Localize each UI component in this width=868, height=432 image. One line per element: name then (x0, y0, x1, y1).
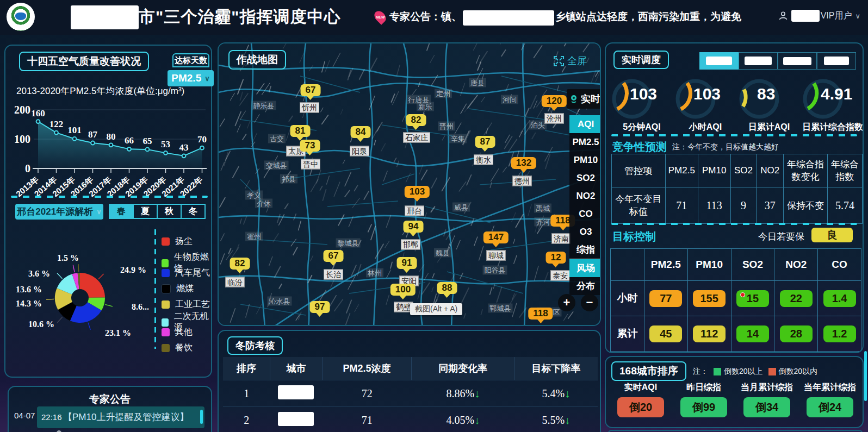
winter-cell: 5.4%↓ (514, 380, 598, 407)
map-marker[interactable]: 103 (405, 186, 430, 198)
map-marker[interactable]: 94 (404, 221, 424, 233)
zoom-out-button[interactable]: − (581, 294, 598, 311)
marker-pointer (559, 226, 567, 230)
user-menu[interactable]: VIP用户 ∨ (778, 10, 860, 22)
winter-cell: 2 (223, 407, 270, 432)
map-marker[interactable]: 81 (290, 125, 311, 137)
redaction (278, 385, 314, 399)
map-marker[interactable]: 118 (528, 308, 553, 320)
pie-percent-label: 14.3 % (16, 299, 42, 309)
marker-pointer (357, 137, 364, 142)
legend-swatch (768, 368, 776, 375)
source-analysis-select[interactable]: 邢台2021年源解析∨ (15, 204, 103, 220)
map-realtime-button[interactable]: 实时 (567, 89, 600, 109)
legend-item[interactable]: 其他 (162, 327, 193, 338)
target-cell: 28 (774, 316, 818, 352)
legend-item[interactable]: 扬尘 (162, 236, 193, 247)
target-col-header: CO (818, 249, 861, 281)
season-tab-秋[interactable]: 秋 (157, 204, 182, 219)
map-viewport[interactable]: 静乐县古交交城县祁县孝义介休霍州黎城县林州沁水县魏县阳谷县郓城县齐河县兖州区定州… (219, 43, 600, 325)
prediction-cell: 113 (698, 187, 730, 224)
ranking-column: 当月累计综指倒34 (735, 382, 798, 417)
winter-cell: 5.5%↓ (514, 407, 598, 432)
season-tab-春[interactable]: 春 (109, 204, 134, 219)
map-place-label: 新乐 (417, 102, 434, 111)
map-menu-item-AQI[interactable]: AQI (569, 115, 600, 133)
zoom-in-button[interactable]: + (558, 294, 575, 311)
map-menu-item-PM2.5[interactable]: PM2.5 (569, 133, 600, 151)
new-badge-icon: NEW (372, 9, 388, 25)
map-panel: 静乐县古交交城县祁县孝义介休霍州黎城县林州沁水县魏县阳谷县郓城县齐河县兖州区定州… (218, 42, 601, 326)
svg-text:122: 122 (49, 119, 64, 129)
map-place-label: 介休 (255, 199, 272, 208)
table-row: 今年不变目标值71113937保持不变5.74 (612, 187, 863, 224)
map-menu-item-风场[interactable]: 风场 (569, 259, 600, 277)
map-marker[interactable]: 84 (351, 126, 371, 138)
map-marker[interactable]: 67 (301, 84, 321, 96)
gauge-日累计AQI: 83日累计AQI (737, 77, 801, 142)
legend-item[interactable]: 汽车尾气 (162, 267, 210, 279)
map-menu-item-分布[interactable]: 分布 (569, 277, 600, 295)
map-marker[interactable]: 12 (546, 252, 566, 264)
legend-swatch (162, 269, 170, 277)
map-menu-item-SO2[interactable]: SO2 (569, 169, 600, 187)
map-marker[interactable]: 87 (475, 136, 495, 148)
prediction-col-header: 管控项 (612, 154, 666, 187)
improvement-title: 十四五空气质量改善状况 (19, 52, 149, 71)
days-standard-button[interactable]: 达标天数 (172, 53, 209, 67)
map-marker[interactable]: 132 (511, 157, 536, 169)
table-row[interactable]: 2714.05%↓5.5%↓ (223, 407, 598, 432)
legend-item[interactable]: 工业工艺 (162, 299, 210, 310)
target-pill: 112 (693, 325, 726, 342)
target-row-label: 累计 (611, 316, 644, 352)
map-menu-item-NO2[interactable]: NO2 (569, 187, 600, 205)
dispatch-tab-1[interactable] (699, 52, 739, 70)
legend-item[interactable]: 燃煤 (162, 283, 194, 295)
scrollbar[interactable] (200, 410, 203, 424)
gauge-小时AQI: 103小时AQI (674, 77, 737, 142)
notice-text: 【PM10上升提醒及管控建议】 (63, 411, 189, 423)
prediction-col-header: 年综合指数变化 (784, 154, 828, 187)
prediction-cell: 37 (757, 187, 784, 224)
map-marker[interactable]: 147 (483, 231, 509, 243)
map-place-label: 魏县 (434, 248, 451, 258)
map-place-label: 黎城县 (336, 239, 361, 248)
map-marker[interactable]: 82 (230, 258, 250, 270)
map-menu-item-综指[interactable]: 综指 (569, 241, 600, 259)
scrollbar[interactable] (864, 351, 867, 401)
ranking-title: 168城市排序 (611, 361, 686, 381)
map-menu-item-CO[interactable]: CO (569, 205, 600, 223)
map-place-label: 祁县 (280, 174, 297, 184)
map-marker[interactable]: 73 (300, 140, 320, 152)
dispatch-tab-2[interactable] (739, 52, 778, 70)
map-marker[interactable]: 97 (310, 301, 330, 313)
map-marker[interactable]: 100 (390, 284, 416, 296)
dispatch-tab-4[interactable] (817, 52, 856, 70)
dispatch-title: 实时调度 (613, 51, 669, 69)
map-city-label: 邯郸 (401, 240, 420, 250)
legend-swatch (162, 237, 170, 246)
marker-pointer (330, 261, 337, 266)
marker-pointer (537, 319, 544, 323)
map-marker[interactable]: 120 (542, 95, 567, 107)
map-menu-item-O3[interactable]: O3 (569, 223, 600, 241)
season-tab-夏[interactable]: 夏 (133, 204, 158, 219)
notice-item[interactable]: 22:16 【PM10上升提醒及管控建议】 (37, 406, 204, 428)
season-tab-冬[interactable]: 冬 (181, 204, 206, 219)
map-marker[interactable]: 91 (397, 257, 417, 269)
table-row[interactable]: 1728.86%↓5.4%↓ (223, 380, 598, 407)
map-marker[interactable]: 82 (406, 114, 426, 126)
chevron-down-icon: ∨ (204, 74, 210, 83)
map-marker[interactable]: 88 (437, 282, 457, 294)
map-marker[interactable]: 67 (324, 250, 344, 262)
prediction-cell: 71 (665, 187, 698, 224)
dispatch-tab-3[interactable] (778, 52, 817, 70)
map-menu-item-PM10[interactable]: PM10 (569, 151, 600, 169)
target-table-wrap: PM2.5PM10SO2NO2CO小时7715515221.4累计4511214… (610, 248, 861, 353)
marker-pointer (306, 151, 314, 155)
legend-item[interactable]: 餐饮 (162, 342, 193, 354)
table-row: 累计4511214281.2 (611, 316, 861, 352)
winter-col-header: 城市 (270, 357, 322, 380)
fullscreen-button[interactable]: 全屏 (554, 54, 587, 67)
pollutant-select[interactable]: PM2.5∨ (168, 70, 214, 86)
